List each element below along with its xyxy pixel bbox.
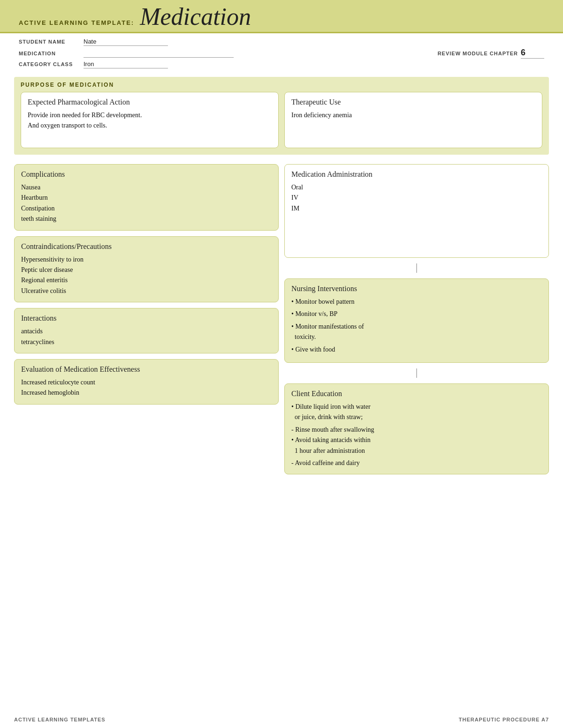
nursing-interventions-content: Monitor bowel pattern Monitor v/s, BP Mo… [291,297,542,355]
student-name-row: STUDENT NAME Nate [19,38,544,46]
expected-action-content: Provide iron needed for RBC development.… [28,110,272,131]
review-module-label: REVIEW MODULE CHAPTER [438,51,518,56]
template-title: Medication [140,5,251,29]
purpose-heading: PURPOSE OF MEDICATION [21,82,542,88]
therapeutic-use-content: Iron deficiency anemia [291,110,535,120]
interactions-title: Interactions [21,314,272,323]
complications-content: Nausea Heartburn Constipation teeth stai… [21,182,272,225]
main-content: Complications Nausea Heartburn Constipat… [0,158,563,480]
footer-right: THERAPEUTIC PROCEDURE A7 [459,717,549,722]
evaluation-card: Evaluation of Medication Effectiveness I… [14,359,279,405]
interactions-content: antacids tetracyclines [21,326,272,347]
med-admin-content: Oral IV IM [291,182,542,214]
footer-left: ACTIVE LEARNING TEMPLATES [14,717,106,722]
therapeutic-use-title: Therapeutic Use [291,98,535,106]
page-wrapper: ACTIVE LEARNING TEMPLATE: Medication STU… [0,0,563,728]
expected-action-card: Expected Pharmacological Action Provide … [21,92,279,148]
template-label: ACTIVE LEARNING TEMPLATE: [19,19,134,26]
expected-action-title: Expected Pharmacological Action [28,98,272,106]
category-label: CATEGORY CLASS [19,61,80,67]
left-col: Complications Nausea Heartburn Constipat… [14,164,279,474]
therapeutic-use-card: Therapeutic Use Iron deficiency anemia [284,92,542,148]
medication-row: MEDICATION REVIEW MODULE CHAPTER 6 [19,48,544,59]
complications-card: Complications Nausea Heartburn Constipat… [14,164,279,231]
contraindications-title: Contraindications/Precautions [21,242,272,251]
category-value: Iron [84,60,168,68]
review-module-group: REVIEW MODULE CHAPTER 6 [438,48,544,59]
right-col: Medication Administration Oral IV IM Nur… [284,164,549,474]
nursing-interventions-title: Nursing Interventions [291,285,542,293]
evaluation-title: Evaluation of Medication Effectiveness [21,365,272,374]
interactions-card: Interactions antacids tetracyclines [14,308,279,353]
med-admin-card: Medication Administration Oral IV IM [284,164,549,258]
med-admin-title: Medication Administration [291,170,542,179]
category-row: CATEGORY CLASS Iron [19,60,544,68]
complications-title: Complications [21,170,272,179]
contraindications-content: Hypersensitivity to iron Peptic ulcer di… [21,255,272,297]
info-section: STUDENT NAME Nate MEDICATION REVIEW MODU… [0,33,563,73]
purpose-section: PURPOSE OF MEDICATION Expected Pharmacol… [14,77,549,155]
purpose-grid: Expected Pharmacological Action Provide … [21,92,542,148]
connector-line [416,263,417,273]
student-name-label: STUDENT NAME [19,39,80,45]
medication-label: MEDICATION [19,51,80,56]
medication-value [84,50,234,58]
contraindications-card: Contraindications/Precautions Hypersensi… [14,236,279,303]
evaluation-content: Increased reticulocyte count Increased h… [21,377,272,398]
connector-line-2 [416,368,417,378]
student-name-value: Nate [84,38,168,46]
client-education-title: Client Education [291,390,542,398]
header-band: ACTIVE LEARNING TEMPLATE: Medication [0,0,563,33]
review-module-value: 6 [521,48,544,59]
client-education-content: Dilute liquid iron with water or juice, … [291,402,542,468]
footer: ACTIVE LEARNING TEMPLATES THERAPEUTIC PR… [14,717,549,722]
nursing-interventions-card: Nursing Interventions Monitor bowel patt… [284,278,549,363]
client-education-card: Client Education Dilute liquid iron with… [284,383,549,474]
